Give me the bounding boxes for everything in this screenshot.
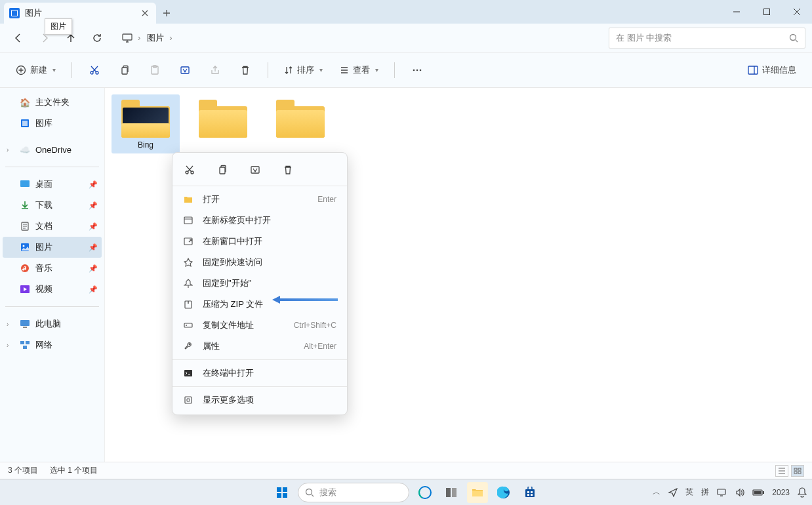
new-button[interactable]: 新建 ▾ bbox=[10, 58, 61, 82]
refresh-button[interactable] bbox=[85, 26, 109, 50]
ctx-cut-button[interactable] bbox=[180, 161, 199, 179]
separator bbox=[5, 167, 99, 167]
edge-button[interactable] bbox=[493, 482, 514, 503]
volume-icon[interactable] bbox=[735, 488, 744, 497]
chevron-right-icon[interactable]: › bbox=[7, 321, 14, 328]
store-button[interactable] bbox=[519, 482, 540, 503]
ctx-open-window[interactable]: 在新窗口中打开 bbox=[173, 231, 347, 252]
sidebar-pictures[interactable]: 图片📌 bbox=[3, 237, 102, 258]
search-input[interactable]: 在 图片 中搜索 bbox=[609, 28, 805, 49]
ime-lang[interactable]: 英 bbox=[685, 487, 693, 498]
pin-icon[interactable]: 📌 bbox=[89, 264, 98, 273]
pin-icon[interactable]: 📌 bbox=[89, 285, 98, 294]
ctx-pin-start[interactable]: 固定到"开始" bbox=[173, 273, 347, 294]
svg-point-48 bbox=[418, 485, 432, 500]
folder-bing[interactable]: Bing bbox=[112, 94, 180, 153]
tab-close-icon[interactable] bbox=[139, 7, 151, 19]
sidebar-home[interactable]: 🏠主文件夹 bbox=[3, 92, 102, 113]
location-icon[interactable] bbox=[668, 488, 678, 497]
context-menu: 打开Enter 在新标签页中打开 在新窗口中打开 固定到快速访问 固定到"开始"… bbox=[172, 152, 348, 415]
ctx-properties[interactable]: 属性Alt+Enter bbox=[173, 336, 347, 357]
ctx-terminal[interactable]: 在终端中打开 bbox=[173, 363, 347, 384]
sidebar-onedrive[interactable]: ›☁️OneDrive bbox=[3, 139, 102, 160]
copilot-button[interactable] bbox=[415, 482, 436, 503]
battery-icon[interactable] bbox=[752, 489, 764, 496]
pin-icon[interactable]: 📌 bbox=[89, 243, 98, 252]
panel-icon bbox=[748, 66, 758, 75]
share-button[interactable] bbox=[203, 58, 227, 82]
ctx-pin-quick[interactable]: 固定到快速访问 bbox=[173, 252, 347, 273]
address-bar[interactable]: › 图片 › bbox=[117, 28, 601, 49]
explorer-button[interactable] bbox=[467, 482, 488, 503]
taskbar-search[interactable]: 搜索 bbox=[298, 483, 409, 502]
sidebar-documents[interactable]: 文档📌 bbox=[3, 216, 102, 237]
sidebar-gallery[interactable]: 图库 bbox=[3, 113, 102, 134]
minimize-button[interactable] bbox=[721, 0, 752, 24]
view-list-button[interactable] bbox=[775, 465, 788, 477]
clock-year[interactable]: 2023 bbox=[772, 488, 790, 497]
rename-button[interactable] bbox=[173, 58, 197, 82]
sidebar-network[interactable]: ›网络 bbox=[3, 334, 102, 355]
tab-pictures[interactable]: 图片 bbox=[4, 3, 156, 24]
start-button[interactable] bbox=[272, 482, 293, 503]
view-button[interactable]: 查看 ▾ bbox=[335, 58, 384, 82]
ctx-copy-path[interactable]: 复制文件地址Ctrl+Shift+C bbox=[173, 315, 347, 336]
ctx-open[interactable]: 打开Enter bbox=[173, 189, 347, 210]
svg-point-5 bbox=[96, 71, 98, 74]
breadcrumb-pictures[interactable]: 图片 › bbox=[147, 32, 172, 44]
cut-button[interactable] bbox=[83, 58, 106, 82]
pc-icon bbox=[20, 319, 30, 329]
ctx-more[interactable]: 显示更多选项 bbox=[173, 390, 347, 411]
sidebar-thispc[interactable]: ›此电脑 bbox=[3, 313, 102, 334]
cloud-icon: ☁️ bbox=[20, 144, 30, 155]
chevron-right-icon[interactable]: › bbox=[7, 146, 14, 153]
sort-button[interactable]: 排序 ▾ bbox=[279, 58, 328, 82]
close-button[interactable] bbox=[782, 0, 812, 24]
ctx-delete-button[interactable] bbox=[279, 161, 297, 179]
ctx-copy-button[interactable] bbox=[213, 161, 232, 179]
search-icon bbox=[789, 33, 798, 43]
new-tab-button[interactable] bbox=[156, 3, 177, 24]
details-panel-button[interactable]: 详细信息 bbox=[742, 58, 802, 82]
svg-point-4 bbox=[91, 71, 93, 74]
sidebar-desktop[interactable]: 桌面📌 bbox=[3, 174, 102, 195]
back-button[interactable] bbox=[7, 26, 30, 50]
sidebar-music[interactable]: 音乐📌 bbox=[3, 258, 102, 279]
network-icon[interactable] bbox=[717, 488, 727, 497]
pin-icon[interactable]: 📌 bbox=[89, 180, 98, 189]
ctx-open-tab[interactable]: 在新标签页中打开 bbox=[173, 210, 347, 231]
copy-button[interactable] bbox=[113, 58, 136, 82]
ime-mode[interactable]: 拼 bbox=[701, 487, 709, 498]
folder-icon bbox=[195, 98, 251, 138]
status-selected: 选中 1 个项目 bbox=[50, 465, 98, 476]
window-controls bbox=[721, 0, 812, 24]
delete-button[interactable] bbox=[233, 58, 257, 82]
view-icons-button[interactable] bbox=[791, 465, 804, 477]
pin-icon[interactable]: 📌 bbox=[89, 222, 98, 231]
svg-rect-52 bbox=[525, 489, 535, 497]
notifications-icon[interactable] bbox=[798, 487, 807, 498]
more-button[interactable] bbox=[405, 58, 429, 82]
terminal-icon bbox=[183, 369, 193, 377]
taskbar: 搜索 ︿ 英 拼 2023 bbox=[0, 479, 812, 505]
svg-rect-41 bbox=[798, 472, 801, 474]
pin-icon[interactable]: 📌 bbox=[89, 201, 98, 210]
ctx-rename-button[interactable] bbox=[246, 161, 264, 179]
svg-rect-45 bbox=[283, 493, 287, 498]
svg-rect-15 bbox=[22, 121, 28, 126]
folder-item[interactable] bbox=[189, 94, 257, 153]
task-view-button[interactable] bbox=[441, 482, 462, 503]
tray-chevron-icon[interactable]: ︿ bbox=[653, 487, 660, 498]
monitor-icon bbox=[122, 33, 132, 43]
tab-icon bbox=[183, 216, 193, 224]
breadcrumb-root[interactable]: › bbox=[122, 33, 140, 43]
chevron-down-icon: ▾ bbox=[319, 66, 323, 73]
svg-rect-49 bbox=[446, 488, 451, 497]
folder-item[interactable] bbox=[266, 94, 335, 153]
paste-button[interactable] bbox=[143, 58, 167, 82]
sidebar-downloads[interactable]: 下载📌 bbox=[3, 195, 102, 216]
chevron-right-icon[interactable]: › bbox=[7, 342, 14, 349]
maximize-button[interactable] bbox=[752, 0, 782, 24]
zip-icon bbox=[183, 300, 193, 309]
sidebar-videos[interactable]: 视频📌 bbox=[3, 279, 102, 300]
